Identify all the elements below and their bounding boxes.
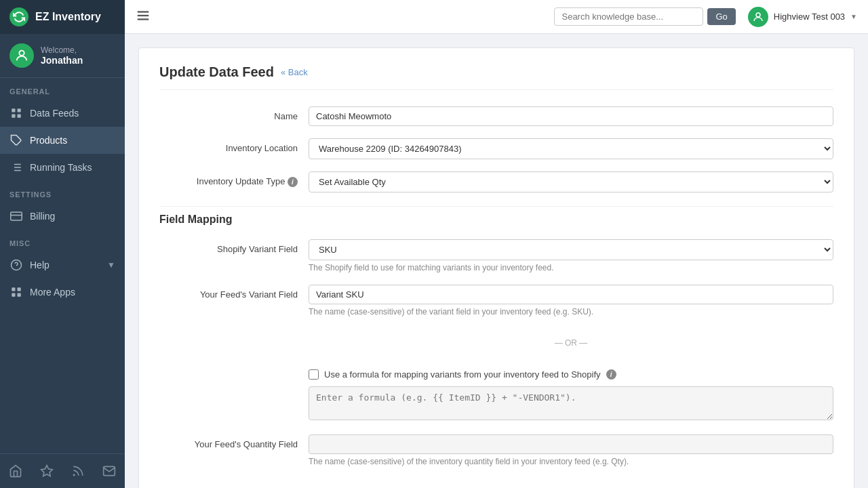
sidebar-username: Jonathan — [41, 55, 83, 66]
search-container: Go — [554, 7, 735, 26]
shopify-variant-field: SKU The Shopify field to use for matchin… — [309, 239, 833, 272]
sidebar-item-billing-label: Billing — [30, 211, 55, 222]
feeds-variant-field-label: Your Feed's Variant Field — [159, 285, 309, 300]
sidebar-item-products-label: Products — [30, 135, 67, 146]
formula-textarea[interactable] — [309, 386, 833, 420]
shopify-variant-select[interactable]: SKU — [309, 239, 833, 260]
inventory-update-type-label: Inventory Update Type i — [159, 171, 309, 187]
app-logo — [9, 7, 28, 26]
or-divider-1-row: — OR — — [159, 329, 833, 357]
svg-marker-20 — [41, 466, 53, 476]
page-title: Update Data Feed — [159, 64, 274, 80]
svg-rect-18 — [12, 293, 15, 297]
shopify-variant-help: The Shopify field to use for matching va… — [309, 263, 833, 272]
sidebar-footer — [0, 453, 125, 488]
formula-checkbox-label: Use a formula for mapping variants from … — [324, 369, 601, 380]
topbar-chevron-icon: ▼ — [850, 13, 857, 20]
svg-point-21 — [73, 474, 75, 476]
sidebar: EZ Inventory Welcome, Jonathan GENERAL D… — [0, 0, 125, 488]
card-icon — [9, 209, 23, 223]
inventory-update-type-select[interactable]: Set Available Qty — [309, 171, 833, 192]
field-mapping-section-title: Field Mapping — [159, 206, 833, 226]
svg-point-25 — [756, 13, 760, 17]
sidebar-item-more-apps-label: More Apps — [30, 287, 75, 298]
name-row: Name — [159, 106, 833, 126]
feeds-quantity-field-row: Your Feed's Quantity Field The name (cas… — [159, 434, 833, 466]
user-menu[interactable]: Highview Test 003 ▼ — [748, 7, 857, 27]
formula-checkbox-container: Use a formula for mapping variants from … — [309, 369, 833, 380]
page-header: Update Data Feed « Back — [159, 64, 833, 90]
feeds-variant-input[interactable] — [309, 285, 833, 304]
search-input[interactable] — [554, 7, 703, 26]
chevron-down-icon: ▼ — [107, 260, 115, 270]
feeds-quantity-input[interactable] — [309, 434, 833, 454]
section-label-general: GENERAL — [0, 78, 125, 100]
topbar: Go Highview Test 003 ▼ — [125, 0, 868, 34]
sidebar-user: Welcome, Jonathan — [0, 34, 125, 78]
sidebar-item-data-feeds-label: Data Feeds — [30, 108, 79, 119]
mail-icon[interactable] — [99, 461, 119, 481]
svg-rect-3 — [12, 115, 15, 118]
sidebar-item-running-tasks-label: Running Tasks — [30, 162, 92, 173]
sidebar-item-help-label: Help — [30, 260, 50, 270]
inventory-location-field: Warehouse 2209 (ID: 34264907843) — [309, 138, 833, 159]
shopify-variant-field-label: Shopify Variant Field — [159, 239, 309, 254]
formula-info-icon[interactable]: i — [606, 369, 616, 380]
welcome-text: Welcome, — [41, 45, 83, 55]
svg-rect-12 — [11, 212, 22, 220]
inventory-location-select[interactable]: Warehouse 2209 (ID: 34264907843) — [309, 138, 833, 159]
name-label: Name — [159, 106, 309, 121]
search-go-button[interactable]: Go — [707, 8, 735, 25]
feeds-variant-field: The name (case-sensitive) of the variant… — [309, 285, 833, 317]
sidebar-item-more-apps[interactable]: More Apps — [0, 279, 125, 306]
inventory-location-row: Inventory Location Warehouse 2209 (ID: 3… — [159, 138, 833, 159]
hamburger-button[interactable] — [136, 8, 151, 25]
rss-icon[interactable] — [68, 461, 88, 481]
svg-rect-4 — [18, 115, 21, 118]
feeds-variant-field-row: Your Feed's Variant Field The name (case… — [159, 285, 833, 317]
shopify-variant-field-row: Shopify Variant Field SKU The Shopify fi… — [159, 239, 833, 272]
help-icon — [9, 258, 23, 272]
name-input[interactable] — [309, 106, 833, 126]
grid2-icon — [9, 285, 23, 299]
svg-rect-19 — [18, 293, 21, 297]
main-content: Update Data Feed « Back Name Inventory L… — [125, 34, 868, 488]
or-divider-1: — OR — — [309, 338, 833, 348]
section-label-settings: SETTINGS — [0, 181, 125, 203]
back-link[interactable]: « Back — [281, 67, 308, 77]
topbar-username: Highview Test 003 — [774, 12, 845, 22]
inventory-update-type-row: Inventory Update Type i Set Available Qt… — [159, 171, 833, 192]
sidebar-header: EZ Inventory — [0, 0, 125, 34]
info-icon[interactable]: i — [288, 177, 298, 187]
inventory-location-label: Inventory Location — [159, 138, 309, 153]
feeds-quantity-field-label: Your Feed's Quantity Field — [159, 434, 309, 449]
sidebar-item-data-feeds[interactable]: Data Feeds — [0, 100, 125, 127]
star-icon[interactable] — [37, 461, 57, 481]
feeds-quantity-field: The name (case-sensitive) of the invento… — [309, 434, 833, 466]
feeds-variant-help: The name (case-sensitive) of the variant… — [309, 307, 833, 317]
content-card: Update Data Feed « Back Name Inventory L… — [138, 47, 854, 488]
svg-rect-2 — [18, 108, 21, 112]
sidebar-item-billing[interactable]: Billing — [0, 203, 125, 230]
name-field — [309, 106, 833, 126]
svg-point-0 — [19, 51, 24, 56]
sidebar-item-running-tasks[interactable]: Running Tasks — [0, 154, 125, 181]
svg-rect-1 — [12, 108, 15, 112]
section-label-misc: MISC — [0, 230, 125, 251]
sidebar-item-products[interactable]: Products — [0, 127, 125, 154]
formula-checkbox-row: Use a formula for mapping variants from … — [159, 369, 833, 422]
feeds-quantity-help: The name (case-sensitive) of the invento… — [309, 457, 833, 466]
list-icon — [9, 161, 23, 174]
sidebar-item-help[interactable]: Help ▼ — [0, 251, 125, 279]
store-icon[interactable] — [5, 461, 26, 481]
formula-checkbox[interactable] — [309, 369, 319, 380]
or-divider-2-row: — OR — — [159, 479, 833, 488]
tag-icon — [9, 134, 23, 147]
user-avatar — [9, 43, 34, 68]
grid-icon — [9, 106, 23, 120]
svg-rect-16 — [12, 287, 15, 291]
app-title: EZ Inventory — [35, 11, 101, 23]
inventory-update-type-field: Set Available Qty — [309, 171, 833, 192]
topbar-avatar — [748, 7, 768, 27]
svg-rect-17 — [18, 287, 21, 291]
